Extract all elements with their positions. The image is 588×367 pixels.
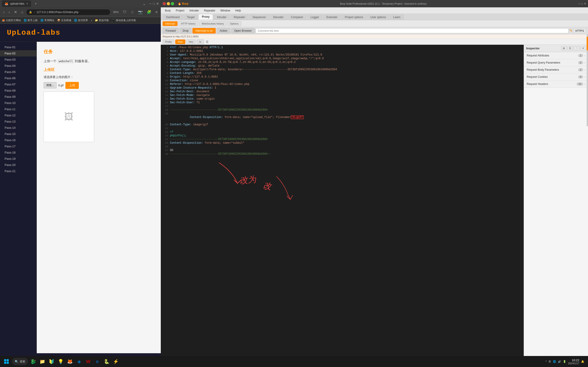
reload-btn[interactable]: ✕ [13,9,18,15]
browser-tab[interactable]: 🦊 upload-labs ✕ [2,0,31,7]
systray-battery-icon[interactable]: 🔋 [563,360,566,363]
bookmark-mobile[interactable]: 📱 移动设备上的书签 [112,19,136,22]
proxy-tab-websockets[interactable]: WebSockets history [199,21,226,26]
bookmarks-more-btn[interactable]: » [91,19,92,22]
sidebar-item-pass01[interactable]: Pass-01 [0,44,36,50]
tab-intruder[interactable]: Intruder [213,15,230,20]
inspector-query-params-header[interactable]: Request Query Parameters 2 › [524,59,588,66]
address-bar[interactable]: 🔒 ○ 127.0.0.1:8081/Pass-02/index.php [26,9,110,15]
tab-proxy[interactable]: Proxy [198,14,213,20]
taskbar-vscode-btn[interactable]: ◈ [75,357,83,366]
sidebar-item-pass11[interactable]: Pass-11 [0,106,36,112]
inspector-req-attr-header[interactable]: Request Attributes 2 › [524,52,588,59]
bookmark-jd[interactable]: 📦 京东商城 [57,19,71,22]
taskbar-filemanager-btn[interactable]: 📁 [38,357,46,366]
sidebar-item-pass21[interactable]: Pass-21 [0,168,36,174]
bookmark-others[interactable]: 📁 其他书签 [95,19,109,22]
tab-dashboard[interactable]: Dashboard [163,15,183,20]
sidebar-item-pass08[interactable]: Pass-08 [0,87,36,94]
systray-volume-icon[interactable]: 🔊 [558,360,561,363]
sidebar-item-pass19[interactable]: Pass-19 [0,156,36,162]
menu-project[interactable]: Project [173,8,187,13]
tab-repeater[interactable]: Repeater [230,15,248,20]
inspector-close-btn[interactable]: ✕ [580,46,586,50]
sidebar-item-pass16[interactable]: Pass-16 [0,137,36,143]
inspector-cookies-header[interactable]: Request Cookies 0 › [524,74,588,80]
tab-decoder[interactable]: Decoder [270,15,287,20]
taskbar-idea-btn[interactable]: 💡 [57,357,65,366]
systray-network[interactable]: 🌐 [553,360,556,363]
tab-logger[interactable]: Logger [307,15,323,20]
sidebar-item-pass04[interactable]: Pass-04 [0,63,36,69]
minimize-btn[interactable]: ─ [149,2,152,6]
taskbar-firefox-btn[interactable]: 🦊 [66,357,74,366]
comment-icon[interactable]: ✎ [569,28,572,33]
systray-language[interactable]: 英 [548,360,551,363]
req-tab-pretty[interactable]: Pretty [163,40,174,44]
sidebar-item-pass17[interactable]: Pass-17 [0,143,36,150]
inspector-settings-btn[interactable]: ⋮ [574,46,579,50]
tab-list-btn[interactable]: ⌄ [143,2,146,6]
tab-close-btn[interactable]: ✕ [26,2,28,5]
tab-project-options[interactable]: Project options [341,15,366,20]
start-button[interactable] [2,357,11,366]
proxy-tab-http-history[interactable]: HTTP history [179,21,198,26]
new-tab-btn[interactable]: + [33,1,39,6]
menu-intruder[interactable]: Intruder [187,8,201,13]
proxy-tab-options[interactable]: Options [227,21,241,26]
upload-button[interactable]: 上传 [66,82,79,89]
taskbar-files-btn[interactable]: 🐉 [29,357,37,366]
sidebar-item-pass15[interactable]: Pass-15 [0,131,36,137]
open-browser-btn[interactable]: Open Browser [231,28,255,33]
tab-user-options[interactable]: User options [367,15,389,20]
tab-sequencer[interactable]: Sequencer [249,15,269,20]
sidebar-item-pass09[interactable]: Pass-09 [0,94,36,100]
taskbar-wps-btn[interactable]: W [84,357,92,366]
zoom-level[interactable]: 90% [112,10,120,14]
menu-btn[interactable]: ≡ [154,9,159,15]
comment-input[interactable] [256,28,569,33]
sidebar-item-pass18[interactable]: Pass-18 [0,150,36,156]
extensions-btn[interactable]: 🧩 [145,9,153,15]
tab-comparer[interactable]: Comparer [288,15,307,20]
menu-repeater[interactable]: Repeater [202,8,218,13]
sidebar-item-pass06[interactable]: Pass-06 [0,75,36,81]
menu-window[interactable]: Window [218,8,232,13]
sidebar-item-pass20[interactable]: Pass-20 [0,162,36,168]
menu-burp[interactable]: Burp [163,8,173,13]
sidebar-item-pass13[interactable]: Pass-13 [0,118,36,125]
taskbar-search-bar[interactable]: 🔍 搜索 [12,358,28,365]
tab-learn[interactable]: Learn [390,15,404,20]
inspector-body-params-header[interactable]: Request Body Parameters 2 › [524,66,588,73]
proxy-tab-intercept[interactable]: Intercept [163,21,178,26]
request-content[interactable]: 1 POST /Pass-02/index.php HTTP/1.1 2 Hos… [161,45,524,361]
burp-minimize-btn[interactable] [167,2,170,5]
forward-btn[interactable]: › [7,9,11,15]
burp-close-btn[interactable] [163,2,166,5]
req-tab-hex[interactable]: Hex [186,40,196,44]
action-btn[interactable]: Action [217,28,230,33]
taskbar-zap-btn[interactable]: ⚡ [112,357,120,366]
screenshot-btn[interactable]: 📷 [137,9,144,15]
systray-network-icon[interactable]: ^ [545,360,547,363]
inspector-headers-header[interactable]: Request Headers 15 › [524,81,588,87]
burp-win-minimize-icon[interactable]: ─ [578,2,580,5]
sidebar-item-pass03[interactable]: Pass-03 [0,57,36,63]
browse-button[interactable]: 浏览... [44,82,57,88]
burp-maximize-btn[interactable] [171,2,174,5]
tab-target[interactable]: Target [184,15,198,20]
shield-icon[interactable]: 🛡 [121,9,128,15]
sidebar-item-pass07[interactable]: Pass-07 [0,81,36,87]
bookmark-hack[interactable]: 🌐 攻功世界 [74,19,88,22]
sidebar-item-pass12[interactable]: Pass-12 [0,112,36,118]
burp-win-restore-icon[interactable]: □ [581,2,583,5]
sidebar-item-pass02[interactable]: Pass-02 [0,50,36,57]
sidebar-item-pass05[interactable]: Pass-05 [0,69,36,75]
menu-help[interactable]: Help [233,8,243,13]
req-tab-newline[interactable]: \n [197,40,204,44]
bookmark-firefox[interactable]: 🦊 火狐官方网站 [2,19,21,22]
bookmark-btn[interactable]: ☆ [129,9,135,15]
inspector-list-btn[interactable]: ☰ [567,46,573,50]
taskbar-edge-btn[interactable]: e [93,357,102,366]
taskbar-burp-btn[interactable]: 🔰 [47,357,56,366]
